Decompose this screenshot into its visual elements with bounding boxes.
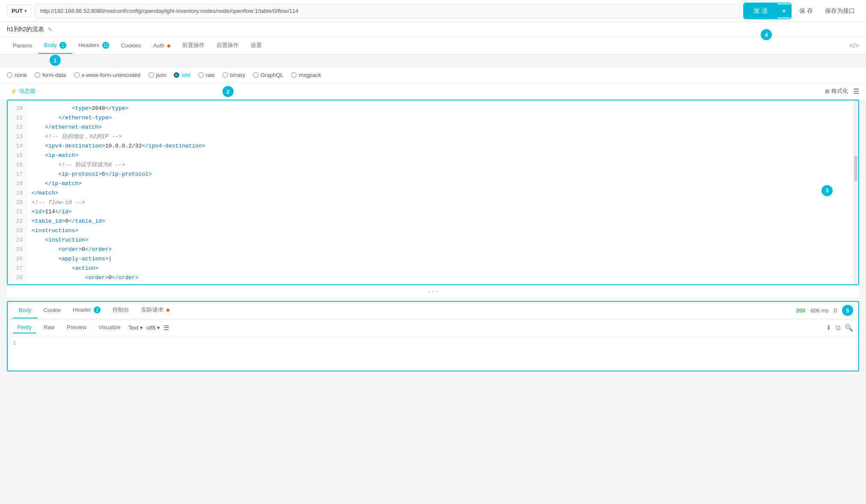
body-badge: 1 bbox=[59, 42, 66, 49]
wrap-icon[interactable]: ☰ bbox=[853, 87, 859, 95]
method-select[interactable]: PUT ▾ bbox=[7, 5, 31, 17]
resp-tab-actual-req[interactable]: 实际请求 bbox=[135, 302, 175, 319]
body-type-graphql[interactable]: GraphQL bbox=[253, 72, 283, 78]
body-type-binary[interactable]: binary bbox=[222, 72, 245, 78]
scrollbar-thumb[interactable] bbox=[854, 156, 857, 181]
dynamic-icon: ⚡ bbox=[10, 88, 17, 94]
annotation-1: 1 bbox=[50, 55, 61, 66]
page-title: h1到h2的流表 bbox=[7, 26, 44, 33]
response-tabs: Body Cookie Header 2 控制台 实际请求 200 606 ms… bbox=[8, 302, 858, 319]
resp-format-preview[interactable]: Preview bbox=[62, 322, 91, 333]
url-input[interactable] bbox=[35, 4, 740, 18]
actual-req-dot bbox=[166, 309, 169, 312]
resp-format-raw[interactable]: Raw bbox=[39, 322, 59, 333]
body-type-raw[interactable]: raw bbox=[198, 72, 215, 78]
annotation-5: 5 bbox=[842, 305, 853, 316]
scrollbar[interactable] bbox=[853, 100, 858, 284]
save-as-button[interactable]: 保存为接口 bbox=[821, 5, 859, 18]
code-content[interactable]: <type>2048</type> </ethernet-type> </eth… bbox=[27, 100, 858, 284]
resp-line-1-num: 1 bbox=[13, 340, 16, 367]
send-dropdown-button[interactable]: ▾ bbox=[777, 4, 791, 18]
format-icon: ⊞ bbox=[825, 88, 830, 94]
send-button-group[interactable]: 发 送 ▾ bbox=[743, 3, 792, 19]
status-code: 200 bbox=[796, 307, 805, 314]
request-tabs: Params Body 1 1 Headers 10 Cookies Auth … bbox=[0, 37, 866, 55]
search-icon[interactable]: 🔍 bbox=[845, 324, 853, 332]
tab-cookies[interactable]: Cookies bbox=[115, 38, 147, 54]
response-time: 606 ms bbox=[810, 307, 829, 314]
text-format-dropdown[interactable]: Text ▾ bbox=[128, 324, 143, 331]
body-type-xml[interactable]: xml 2 bbox=[174, 72, 190, 78]
text-chevron-icon: ▾ bbox=[140, 324, 143, 331]
method-label: PUT bbox=[12, 8, 23, 14]
auth-dot bbox=[167, 44, 170, 47]
body-type-none[interactable]: none bbox=[7, 72, 27, 78]
resp-format-pretty[interactable]: Pretty bbox=[13, 322, 36, 333]
tab-auth[interactable]: Auth bbox=[147, 38, 176, 54]
resp-toolbar-actions: ⬇ ⧉ 🔍 bbox=[826, 324, 853, 332]
utf8-dropdown[interactable]: utf8 ▾ bbox=[146, 324, 160, 331]
body-type-json[interactable]: json bbox=[148, 72, 166, 78]
tab-body[interactable]: Body 1 1 bbox=[38, 38, 72, 54]
body-type-msgpack[interactable]: msgpack bbox=[291, 72, 321, 78]
headers-badge: 10 bbox=[102, 42, 109, 49]
tab-params[interactable]: Params bbox=[7, 38, 38, 54]
format-button[interactable]: ⊞ 格式化 bbox=[825, 87, 848, 95]
annotation-4-container: 4 bbox=[761, 29, 772, 40]
body-type-form-data[interactable]: form-data bbox=[35, 72, 66, 78]
tab-settings[interactable]: 设置 bbox=[245, 37, 268, 54]
editor-inner[interactable]: 1011121314151617181920212223242526272829… bbox=[8, 100, 858, 284]
tab-headers[interactable]: Headers 10 bbox=[72, 38, 115, 54]
annotation-4: 4 bbox=[761, 29, 772, 40]
tab-post-ops[interactable]: 后置操作 bbox=[211, 37, 245, 54]
response-section: Body Cookie Header 2 控制台 实际请求 200 606 ms… bbox=[7, 301, 859, 371]
scroll-indicator: · · · bbox=[7, 285, 859, 298]
utf8-chevron-icon: ▾ bbox=[157, 324, 160, 331]
tab-pre-ops[interactable]: 前置操作 bbox=[176, 37, 211, 54]
resp-tab-console[interactable]: 控制台 bbox=[107, 302, 135, 319]
top-bar: PUT ▾ 发 送 ▾ 保 存 保存为接口 bbox=[0, 0, 866, 22]
edit-title-icon[interactable]: ✎ bbox=[47, 26, 53, 33]
wrap-icon-response[interactable]: ☰ bbox=[163, 324, 169, 332]
dynamic-values-button[interactable]: ⚡ 动态值 bbox=[7, 85, 39, 97]
code-editor: 3 10111213141516171819202122232425262728… bbox=[7, 100, 859, 285]
download-icon[interactable]: ⬇ bbox=[826, 324, 831, 332]
annotation-3: 3 bbox=[822, 185, 833, 196]
body-type-x-www[interactable]: x-www-form-urlencoded bbox=[74, 72, 141, 78]
annotation-2: 2 bbox=[222, 86, 234, 97]
response-size: 0 bbox=[834, 307, 837, 314]
response-status-bar: 200 606 ms 0 5 bbox=[796, 305, 853, 316]
send-button[interactable]: 发 送 bbox=[744, 3, 777, 18]
resp-tab-header[interactable]: Header 2 bbox=[67, 302, 107, 319]
title-bar: h1到h2的流表 ✎ bbox=[0, 22, 866, 37]
response-body: 1 bbox=[8, 336, 858, 371]
line-numbers: 1011121314151617181920212223242526272829… bbox=[8, 100, 27, 284]
copy-icon[interactable]: ⧉ bbox=[836, 324, 840, 332]
resp-tab-cookie[interactable]: Cookie bbox=[38, 303, 67, 318]
resp-tab-body[interactable]: Body bbox=[13, 303, 38, 318]
response-format-toolbar: Pretty Raw Preview Visualize Text ▾ utf8… bbox=[8, 319, 858, 336]
code-view-icon[interactable]: </> bbox=[849, 42, 859, 50]
method-chevron-icon: ▾ bbox=[24, 9, 27, 13]
save-button[interactable]: 保 存 bbox=[795, 5, 817, 18]
header-badge: 2 bbox=[94, 307, 101, 313]
resp-format-visualize[interactable]: Visualize bbox=[94, 322, 125, 333]
